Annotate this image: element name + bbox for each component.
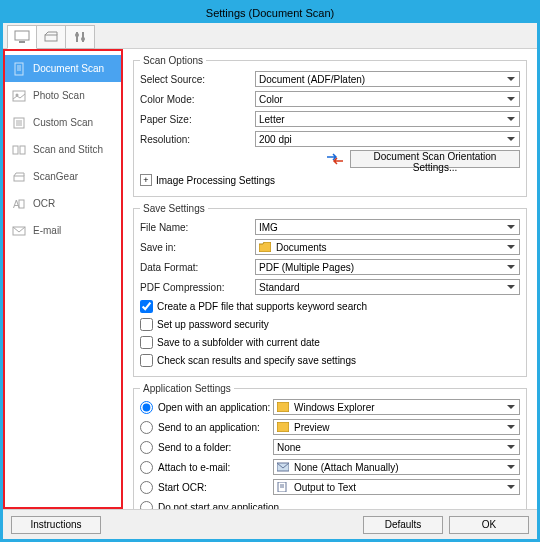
svg-rect-21 — [19, 200, 24, 208]
data-format-label: Data Format: — [140, 262, 255, 273]
pdf-compression-label: PDF Compression: — [140, 282, 255, 293]
checkbox-label: Check scan results and specify save sett… — [157, 355, 356, 366]
sidebar-item-photo-scan[interactable]: Photo Scan — [5, 82, 121, 109]
custom-icon — [11, 116, 27, 130]
top-tabrow — [3, 23, 537, 49]
text-icon — [277, 481, 291, 493]
check-results-checkbox[interactable] — [140, 354, 153, 367]
svg-rect-1 — [19, 41, 25, 43]
window-title: Settings (Document Scan) — [3, 3, 537, 23]
svg-rect-17 — [13, 146, 18, 154]
checkbox-label: Create a PDF file that supports keyword … — [157, 301, 367, 312]
group-label: Save Settings — [140, 203, 208, 214]
radio-label: Attach to e-mail: — [158, 462, 273, 473]
svg-point-6 — [81, 37, 85, 41]
send-to-app-dropdown[interactable]: Preview — [273, 419, 520, 435]
svg-rect-2 — [45, 35, 57, 41]
select-source-label: Select Source: — [140, 74, 255, 85]
sidebar-item-custom-scan[interactable]: Custom Scan — [5, 109, 121, 136]
settings-window: Settings (Document Scan) Document Scan P… — [2, 2, 538, 540]
send-to-folder-dropdown[interactable]: None — [273, 439, 520, 455]
color-mode-dropdown[interactable]: Color — [255, 91, 520, 107]
radio-label: Do not start any application — [158, 502, 279, 510]
file-name-label: File Name: — [140, 222, 255, 233]
application-settings-group: Application Settings Open with an applic… — [133, 383, 527, 509]
open-with-app-radio[interactable] — [140, 401, 153, 414]
photo-icon — [11, 89, 27, 103]
send-to-app-radio[interactable] — [140, 421, 153, 434]
send-to-folder-radio[interactable] — [140, 441, 153, 454]
folder-icon — [259, 241, 273, 253]
do-not-start-radio[interactable] — [140, 501, 153, 510]
svg-rect-19 — [14, 176, 24, 181]
sidebar-label: Document Scan — [33, 63, 104, 74]
main-area: Document Scan Photo Scan Custom Scan Sca… — [3, 49, 537, 509]
save-in-label: Save in: — [140, 242, 255, 253]
group-label: Application Settings — [140, 383, 234, 394]
save-in-dropdown[interactable]: Documents — [255, 239, 520, 255]
resolution-label: Resolution: — [140, 134, 255, 145]
swap-icon[interactable] — [326, 153, 344, 165]
explorer-icon — [277, 401, 291, 413]
sidebar-label: Custom Scan — [33, 117, 93, 128]
sidebar-item-email[interactable]: E-mail — [5, 217, 121, 244]
svg-rect-0 — [15, 31, 29, 40]
group-label: Scan Options — [140, 55, 206, 66]
scangear-icon — [11, 170, 27, 184]
ok-button[interactable]: OK — [449, 516, 529, 534]
subfolder-date-checkbox[interactable] — [140, 336, 153, 349]
instructions-button[interactable]: Instructions — [11, 516, 101, 534]
defaults-button[interactable]: Defaults — [363, 516, 443, 534]
svg-point-5 — [75, 33, 79, 37]
email-icon — [11, 224, 27, 238]
start-ocr-dropdown[interactable]: Output to Text — [273, 479, 520, 495]
preview-icon — [277, 421, 291, 433]
radio-label: Start OCR: — [158, 482, 273, 493]
sidebar-label: E-mail — [33, 225, 61, 236]
paper-size-label: Paper Size: — [140, 114, 255, 125]
tab-tools[interactable] — [65, 25, 95, 49]
svg-rect-18 — [20, 146, 25, 154]
radio-label: Send to an application: — [158, 422, 273, 433]
tools-icon — [72, 30, 88, 44]
open-with-app-dropdown[interactable]: Windows Explorer — [273, 399, 520, 415]
ocr-icon: A — [11, 197, 27, 211]
sidebar-item-document-scan[interactable]: Document Scan — [5, 55, 121, 82]
keyword-search-checkbox[interactable] — [140, 300, 153, 313]
select-source-dropdown[interactable]: Document (ADF/Platen) — [255, 71, 520, 87]
data-format-dropdown[interactable]: PDF (Multiple Pages) — [255, 259, 520, 275]
radio-label: Send to a folder: — [158, 442, 273, 453]
save-settings-group: Save Settings File Name: IMG Save in: Do… — [133, 203, 527, 377]
orientation-settings-button[interactable]: Document Scan Orientation Settings... — [350, 150, 520, 168]
expand-image-processing[interactable]: + — [140, 174, 152, 186]
scanner-icon — [43, 30, 59, 44]
mail-icon — [277, 461, 291, 473]
sidebar-item-scan-stitch[interactable]: Scan and Stitch — [5, 136, 121, 163]
file-name-field[interactable]: IMG — [255, 219, 520, 235]
start-ocr-radio[interactable] — [140, 481, 153, 494]
sidebar-label: Photo Scan — [33, 90, 85, 101]
svg-rect-7 — [15, 63, 23, 75]
stitch-icon — [11, 143, 27, 157]
scan-options-group: Scan Options Select Source: Document (AD… — [133, 55, 527, 197]
content-area: Document Scan Photo Scan Custom Scan Sca… — [3, 23, 537, 539]
sidebar: Document Scan Photo Scan Custom Scan Sca… — [3, 49, 123, 509]
svg-rect-23 — [277, 402, 289, 412]
image-processing-label: Image Processing Settings — [156, 175, 275, 186]
color-mode-label: Color Mode: — [140, 94, 255, 105]
sidebar-item-scangear[interactable]: ScanGear — [5, 163, 121, 190]
document-icon — [11, 62, 27, 76]
settings-panel: Scan Options Select Source: Document (AD… — [123, 49, 537, 509]
password-security-checkbox[interactable] — [140, 318, 153, 331]
attach-email-radio[interactable] — [140, 461, 153, 474]
sidebar-item-ocr[interactable]: A OCR — [5, 190, 121, 217]
resolution-dropdown[interactable]: 200 dpi — [255, 131, 520, 147]
footer: Instructions Defaults OK — [3, 509, 537, 539]
tab-device[interactable] — [36, 25, 66, 49]
tab-scanner[interactable] — [7, 25, 37, 49]
attach-email-dropdown[interactable]: None (Attach Manually) — [273, 459, 520, 475]
paper-size-dropdown[interactable]: Letter — [255, 111, 520, 127]
sidebar-label: ScanGear — [33, 171, 78, 182]
radio-label: Open with an application: — [158, 402, 273, 413]
pdf-compression-dropdown[interactable]: Standard — [255, 279, 520, 295]
